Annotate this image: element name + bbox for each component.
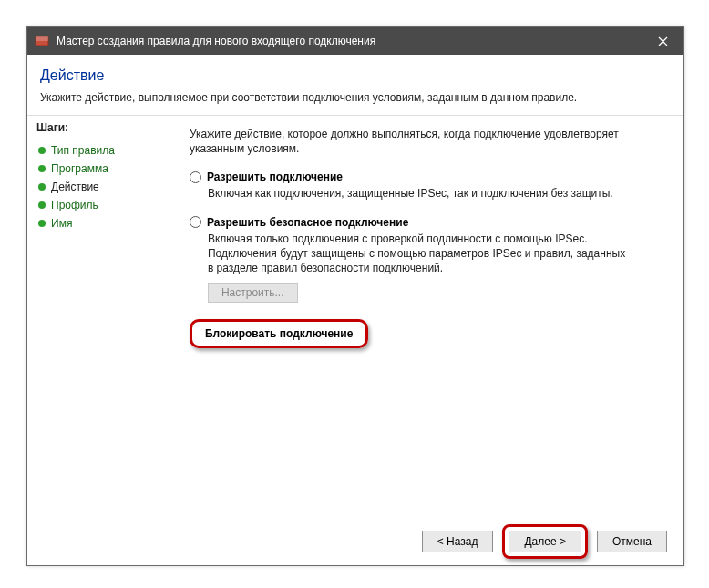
bullet-icon xyxy=(38,201,46,209)
steps-sidebar: Шаги: Тип правила Программа Действие Про… xyxy=(27,116,179,518)
option-allow-secure-row[interactable]: Разрешить безопасное подключение xyxy=(190,216,669,229)
step-profile[interactable]: Профиль xyxy=(35,196,175,214)
footer-buttons: < Назад Далее > Отмена xyxy=(27,518,683,565)
option-allow: Разрешить подключение Включая как подклю… xyxy=(190,170,669,201)
step-label: Действие xyxy=(51,181,99,193)
back-button[interactable]: < Назад xyxy=(422,531,494,552)
close-button[interactable] xyxy=(642,27,683,55)
bullet-icon xyxy=(38,183,46,191)
window-title: Мастер создания правила для нового входя… xyxy=(57,35,642,47)
svg-rect-1 xyxy=(36,36,48,41)
bullet-icon xyxy=(38,147,46,154)
configure-button: Настроить... xyxy=(208,283,298,303)
main-panel: Укажите действие, которое должно выполня… xyxy=(179,116,683,518)
step-label: Тип правила xyxy=(51,144,115,157)
step-program[interactable]: Программа xyxy=(35,160,175,178)
step-name[interactable]: Имя xyxy=(35,214,175,232)
app-icon xyxy=(35,34,49,48)
page-subtitle: Укажите действие, выполняемое при соотве… xyxy=(40,91,671,104)
step-label: Профиль xyxy=(51,199,98,211)
step-label: Программа xyxy=(51,162,108,175)
option-allow-secure-label: Разрешить безопасное подключение xyxy=(207,216,408,229)
option-allow-label: Разрешить подключение xyxy=(207,170,343,183)
option-block: Блокировать подключение xyxy=(190,317,669,348)
main-instruction: Укажите действие, которое должно выполня… xyxy=(190,127,669,156)
next-button[interactable]: Далее > xyxy=(509,531,581,552)
cancel-button[interactable]: Отмена xyxy=(597,531,667,552)
step-action[interactable]: Действие xyxy=(35,178,175,196)
option-allow-desc: Включая как подключения, защищенные IPSe… xyxy=(208,186,627,201)
close-icon xyxy=(658,36,668,46)
step-rule-type[interactable]: Тип правила xyxy=(35,141,175,160)
body-area: Шаги: Тип правила Программа Действие Про… xyxy=(27,116,683,518)
page-title: Действие xyxy=(40,67,671,84)
option-allow-secure: Разрешить безопасное подключение Включая… xyxy=(190,216,669,304)
bullet-icon xyxy=(38,220,46,227)
bullet-icon xyxy=(38,165,46,172)
radio-icon xyxy=(190,171,201,183)
option-allow-row[interactable]: Разрешить подключение xyxy=(190,170,669,183)
wizard-window: Мастер создания правила для нового входя… xyxy=(26,26,684,566)
option-block-label[interactable]: Блокировать подключение xyxy=(205,327,354,340)
option-allow-secure-desc: Включая только подключения с проверкой п… xyxy=(208,232,627,276)
option-block-highlight: Блокировать подключение xyxy=(190,319,369,348)
radio-icon xyxy=(190,216,201,228)
step-label: Имя xyxy=(51,217,72,230)
header-area: Действие Укажите действие, выполняемое п… xyxy=(27,55,683,116)
next-button-highlight: Далее > xyxy=(502,524,588,559)
titlebar: Мастер создания правила для нового входя… xyxy=(27,27,683,55)
steps-title: Шаги: xyxy=(36,121,175,134)
